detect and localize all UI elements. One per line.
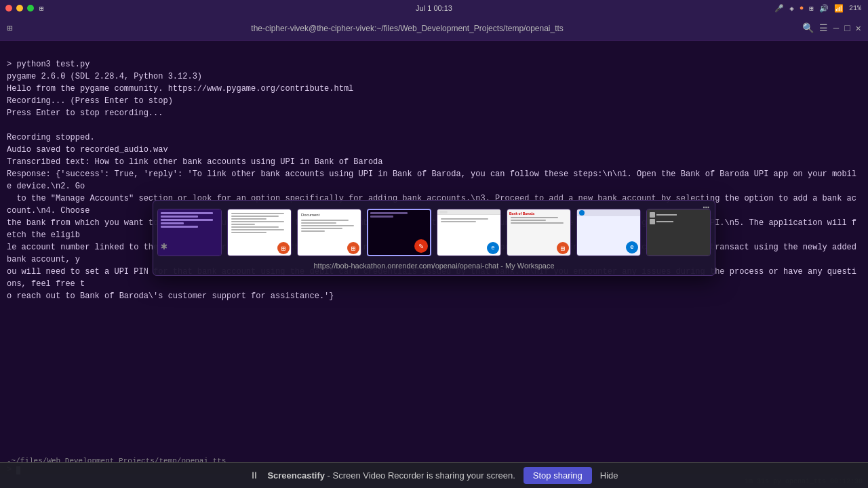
thumb-bg-files [647, 209, 710, 256]
screencast-icon: ● [798, 4, 806, 12]
window-minimize-icon[interactable]: ─ [833, 23, 839, 34]
edge-icon-1: e [487, 242, 499, 254]
files-name-2 [656, 221, 673, 222]
doc2-line-1 [301, 220, 349, 221]
terminal-nav-icon[interactable]: ⊞ [7, 22, 12, 34]
browser-topbar [437, 209, 500, 215]
recording-start: Recording... (Press Enter to stop) [7, 96, 173, 106]
switcher-url: https://bob-hackathon.onrender.com/opena… [160, 262, 708, 270]
minimize-traffic-light[interactable] [16, 5, 23, 12]
dark-terminal-content [368, 210, 430, 221]
browser-line-1 [441, 218, 488, 220]
doc2-text: Document [300, 211, 359, 218]
doc1-line-3 [231, 218, 267, 220]
terminal-header-left: ⊞ [7, 22, 12, 34]
transcribed-text: Transcribed text: How to link other bank… [7, 157, 383, 167]
thumb-box-edge: e [576, 209, 641, 256]
doc2-line-3 [301, 225, 354, 226]
switcher-thumbnails: ✱ ⊞ [160, 209, 708, 256]
stop-sharing-button[interactable]: Stop sharing [524, 467, 592, 484]
window-maximize-icon[interactable]: □ [844, 23, 850, 34]
doc2-line-2 [301, 222, 336, 224]
thumb-cursor-icon: ✱ [161, 239, 167, 253]
close-traffic-light[interactable] [5, 5, 12, 12]
thumb-doc2[interactable]: Document ⊞ [297, 209, 361, 256]
browser-line-2 [441, 221, 476, 222]
doc1-line-2 [231, 216, 279, 217]
hide-button[interactable]: Hide [600, 470, 618, 481]
thumb-line-2 [161, 216, 198, 218]
thumb-box-doc2: Document ⊞ [297, 209, 361, 256]
thumb-terminal-content [158, 209, 221, 232]
files-row-1 [650, 212, 707, 218]
terminal-badge: ✎ [414, 239, 428, 253]
thumb-browser1[interactable]: e [437, 209, 501, 256]
window-close-icon[interactable]: ✕ [856, 22, 861, 34]
terminal-content: > python3 test.py pygame 2.6.0 (SDL 2.28… [0, 41, 868, 332]
battery-text: 21% [848, 5, 863, 12]
baroda-line-1 [511, 217, 558, 218]
apps-icon: ⊞ [808, 4, 815, 13]
system-tray: 🎤 ◈ ● ⊞ 🔊 📶 21% [773, 4, 863, 13]
doc1-line-7 [231, 229, 284, 230]
terminal-header: ⊞ the-cipher-vivek@the-cipher-vivek:~/fi… [0, 16, 868, 41]
terminal-header-right: 🔍 ☰ ─ □ ✕ [802, 22, 861, 34]
sharing-message: Screencastify - Screen Video Recorder is… [267, 470, 515, 481]
sharing-rest: - Screen Video Recorder is sharing your … [328, 470, 515, 481]
dark-line-2 [370, 216, 393, 218]
doc1-line-8 [231, 232, 267, 233]
browser-url [439, 211, 448, 214]
doc1-line-6 [231, 226, 279, 228]
menu-icon[interactable]: ☰ [819, 22, 828, 34]
maximize-traffic-light[interactable] [27, 5, 34, 12]
thumb-box-files [646, 209, 711, 256]
wifi-icon: 📶 [833, 4, 845, 13]
thumb-bg-dark: ✎ [368, 210, 430, 255]
thumb-box-dark-terminal: ✎ [367, 209, 431, 256]
thumb-terminal[interactable]: ✱ [157, 209, 222, 256]
thumb-baroda[interactable]: Bank of Baroda ⊞ [507, 209, 571, 256]
edge-icon-badge: e [626, 241, 638, 253]
thumb-dark-terminal[interactable]: ✎ [367, 209, 431, 256]
pygame-community: Hello from the pygame community. https:/… [7, 84, 353, 94]
window-switcher: ⋯ ✱ [153, 200, 715, 276]
system-icon-1: ⊞ [38, 4, 45, 13]
screencastify-name: Screencastify [267, 470, 325, 481]
sharing-bar: ⏸ Screencastify - Screen Video Recorder … [0, 462, 868, 488]
files-folder-2 [650, 219, 655, 224]
mic-icon: 🎤 [773, 4, 785, 13]
thumb-box-browser1: e [437, 209, 501, 256]
thumb-box-baroda: Bank of Baroda ⊞ [507, 209, 571, 256]
thumb-line-5 [161, 226, 198, 228]
system-bar: ⊞ Jul 1 00:13 🎤 ◈ ● ⊞ 🔊 📶 21% [0, 0, 868, 16]
files-folder-1 [650, 212, 655, 218]
thumb-doc1[interactable]: ⊞ [227, 209, 292, 256]
thumb-files[interactable] [646, 209, 711, 256]
thumb-box-doc1: ⊞ [227, 209, 292, 256]
browser-content [437, 215, 500, 226]
baroda-line-3 [511, 222, 564, 224]
edge-topbar [577, 209, 640, 216]
files-content [647, 209, 710, 228]
pause-icon: ⏸ [250, 470, 259, 481]
doc1-line-1 [231, 213, 284, 214]
terminal-title: the-cipher-vivek@the-cipher-vivek:~/file… [251, 24, 564, 33]
thumb-bg-terminal: ✱ [158, 209, 221, 256]
system-datetime: Jul 1 00:13 [416, 4, 452, 12]
search-icon[interactable]: 🔍 [802, 22, 814, 34]
impress-icon-3: ⊞ [557, 242, 569, 254]
pygame-version: pygame 2.6.0 (SDL 2.28.4, Python 3.12.3) [7, 72, 202, 81]
audio-saved: Audio saved to recorded_audio.wav [7, 145, 168, 155]
volume-icon: 🔊 [818, 4, 830, 13]
baroda-content: Bank of Baroda [507, 209, 570, 227]
thumb-box-terminal: ✱ [157, 209, 222, 256]
dark-line-1 [370, 212, 408, 214]
impress-icon-2: ⊞ [347, 242, 359, 254]
impress-icon-1: ⊞ [277, 242, 290, 254]
doc1-line-4 [231, 221, 284, 222]
doc1-line-5 [231, 224, 255, 225]
thumb-edge[interactable]: e [576, 209, 641, 256]
thumb-bg-edge: e [577, 209, 640, 256]
recording-stopped: Recording stopped. [7, 133, 95, 142]
edge-logo [579, 210, 585, 216]
